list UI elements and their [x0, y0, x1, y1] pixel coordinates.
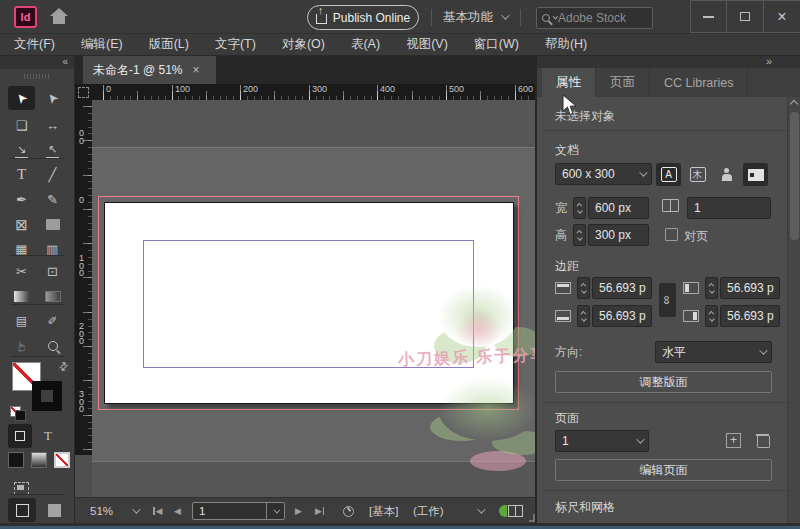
menu-item[interactable]: 对象(O) — [269, 34, 338, 55]
formatting-affects-text-button[interactable]: T — [36, 424, 60, 448]
gpu-performance-indicator[interactable] — [499, 498, 523, 524]
adobe-stock-search[interactable] — [536, 7, 653, 29]
view-options-button[interactable] — [8, 476, 35, 500]
page-size-dropdown[interactable]: 600 x 300 — [555, 163, 652, 185]
ruler-origin-control[interactable] — [75, 84, 92, 100]
vertical-ruler[interactable]: 0 001 0 02 0 03 0 0 — [75, 100, 92, 455]
margin-left-field[interactable]: 56.693 p — [720, 277, 780, 299]
minimize-button[interactable] — [690, 0, 727, 33]
gap-tool[interactable]: ↔ — [39, 113, 66, 137]
edit-pages-button[interactable]: 编辑页面 — [555, 459, 772, 481]
selection-tool[interactable]: ➤ — [8, 86, 35, 110]
maximize-button[interactable] — [727, 0, 764, 33]
scissors-tool[interactable]: ✂ — [8, 259, 35, 283]
content-collector-tool[interactable]: ↘ — [8, 139, 35, 163]
apply-gradient-button[interactable] — [31, 448, 47, 472]
link-margins-toggle[interactable]: ∞ — [659, 283, 676, 317]
writing-direction-horizontal-button[interactable]: A — [656, 163, 681, 186]
height-stepper[interactable] — [573, 224, 586, 246]
workspace-switcher[interactable]: 基本功能 — [443, 8, 507, 26]
eyedropper-tool[interactable]: ✐ — [39, 309, 66, 333]
vertical-grid-tool[interactable]: ▥ — [39, 237, 66, 261]
menu-item[interactable]: 编辑(E) — [68, 34, 136, 55]
rectangle-tool[interactable] — [39, 212, 66, 236]
menu-item[interactable]: 窗口(W) — [461, 34, 532, 55]
publish-online-button[interactable]: Publish Online — [307, 5, 419, 30]
current-page-dropdown[interactable]: 1 — [555, 430, 649, 452]
adjust-layout-button[interactable]: 调整版面 — [555, 371, 772, 393]
stroke-swatch[interactable] — [32, 381, 62, 411]
scroll-up-icon[interactable] — [790, 100, 798, 108]
delete-page-button[interactable] — [757, 433, 769, 448]
apply-none-button[interactable] — [54, 448, 70, 472]
pencil-tool[interactable]: ✎ — [39, 187, 66, 211]
screen-mode-preview-button[interactable] — [40, 498, 68, 522]
page-number-field[interactable]: 1 — [192, 502, 285, 520]
line-tool[interactable]: ╱ — [39, 162, 66, 186]
zoom-tool[interactable] — [39, 334, 66, 358]
margin-bottom-stepper[interactable] — [577, 305, 590, 327]
screen-mode-normal-button[interactable] — [8, 498, 36, 522]
resize-grip[interactable] — [525, 512, 533, 520]
toolbar-collapse-button[interactable]: « — [0, 56, 74, 69]
page-tool[interactable]: ❏ — [8, 113, 35, 137]
toolbar-grip[interactable] — [24, 74, 50, 79]
note-tool[interactable]: ▤ — [8, 309, 35, 333]
close-button[interactable]: × — [764, 0, 800, 33]
facing-pages-checkbox[interactable] — [665, 228, 678, 241]
orientation-landscape-button[interactable] — [743, 163, 768, 186]
preflight-indicator[interactable] — [343, 498, 354, 524]
pasteboard-canvas[interactable]: 小刀娱乐 乐于分享 — [92, 100, 535, 497]
apply-color-button[interactable] — [8, 448, 24, 472]
free-transform-tool[interactable]: ⊡ — [39, 259, 66, 283]
tab-pages[interactable]: 页面 — [596, 68, 650, 97]
add-page-button[interactable]: + — [726, 433, 741, 448]
swap-fill-stroke-icon[interactable]: ⇄ — [56, 359, 72, 375]
writing-direction-vertical-button[interactable]: 木 — [685, 163, 710, 186]
page-count-field[interactable]: 1 — [687, 197, 771, 219]
width-stepper[interactable] — [573, 197, 586, 219]
menu-item[interactable]: 版面(L) — [136, 34, 202, 55]
margin-right-stepper[interactable] — [705, 305, 718, 327]
document-tab[interactable]: 未命名-1 @ 51% × — [83, 56, 216, 84]
last-page-button[interactable]: ▶ — [315, 498, 324, 524]
page-dropdown-button[interactable] — [266, 503, 284, 519]
menu-item[interactable]: 视图(V) — [393, 34, 461, 55]
tab-close-icon[interactable]: × — [193, 63, 200, 77]
preflight-profile[interactable]: [基本] — [369, 498, 398, 524]
tab-cc-libraries[interactable]: CC Libraries — [650, 68, 748, 97]
default-fill-stroke-icon[interactable] — [10, 406, 26, 420]
menu-item[interactable]: 帮助(H) — [532, 34, 600, 55]
direction-dropdown[interactable]: 水平 — [655, 341, 772, 363]
margin-bottom-field[interactable]: 56.693 p — [592, 305, 652, 327]
margin-right-field[interactable]: 56.693 p — [720, 305, 780, 327]
preflight-menu-button[interactable] — [477, 498, 483, 524]
next-page-button[interactable]: ▶ — [295, 498, 302, 524]
zoom-dropdown-button[interactable] — [132, 498, 138, 524]
direct-selection-tool[interactable]: ➤ — [39, 86, 66, 110]
zoom-level[interactable]: 51% — [90, 498, 113, 524]
previous-page-button[interactable]: ◀ — [174, 498, 181, 524]
formatting-affects-container-button[interactable] — [8, 424, 32, 448]
pen-tool[interactable]: ✒ — [8, 187, 35, 211]
horizontal-grid-tool[interactable]: ▦ — [8, 237, 35, 261]
menu-item[interactable]: 文件(F) — [1, 34, 68, 55]
horizontal-ruler[interactable]: 0100200300400500600 — [92, 84, 535, 100]
home-button[interactable] — [48, 7, 70, 27]
panel-scrollbar[interactable] — [787, 97, 800, 523]
content-placer-tool[interactable]: ↖ — [39, 139, 66, 163]
search-input[interactable] — [558, 11, 647, 25]
width-field[interactable]: 600 px — [588, 197, 649, 219]
orientation-portrait-button[interactable] — [714, 163, 739, 186]
height-field[interactable]: 300 px — [588, 224, 649, 246]
hand-tool[interactable]: ☞ — [8, 334, 35, 358]
tab-properties[interactable]: 属性 — [542, 68, 596, 97]
menu-item[interactable]: 文字(T) — [202, 34, 269, 55]
margin-top-field[interactable]: 56.693 p — [592, 277, 652, 299]
panel-collapse-button[interactable]: » — [537, 56, 800, 68]
margin-left-stepper[interactable] — [705, 277, 718, 299]
menu-item[interactable]: 表(A) — [338, 34, 393, 55]
type-tool[interactable]: T — [8, 162, 35, 186]
margin-top-stepper[interactable] — [577, 277, 590, 299]
first-page-button[interactable]: ◀ — [153, 498, 162, 524]
